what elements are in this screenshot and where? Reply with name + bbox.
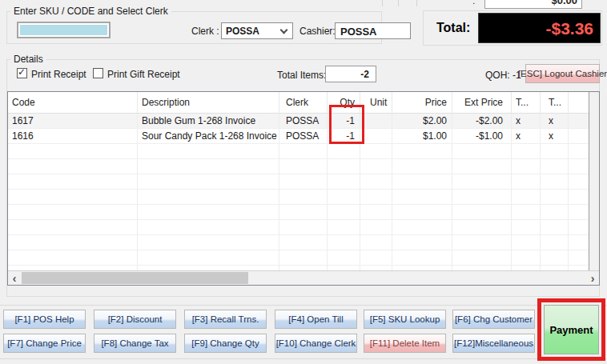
empty-grid-cell	[328, 174, 360, 190]
total-label: Total:	[436, 21, 470, 35]
fkey-button-f3[interactable]: [F3] Recall Trns.	[184, 310, 267, 329]
empty-grid-cell	[392, 250, 452, 266]
column-header[interactable]: Description	[138, 92, 279, 113]
fkey-button-f2[interactable]: [F2] Discount	[94, 310, 176, 329]
clipped-amount-field: $0.00	[484, 0, 582, 9]
fkey-button-f11[interactable]: [F11] Delete Item	[364, 334, 446, 353]
table-cell-price: $1.00	[392, 129, 452, 143]
empty-grid-cell	[360, 159, 392, 174]
empty-grid-cell	[328, 235, 360, 250]
clerk-dropdown-value: POSSA	[226, 26, 259, 37]
column-header[interactable]: T...	[512, 92, 541, 113]
empty-grid-cell	[360, 235, 392, 250]
fkey-button-f10[interactable]: [F10] Change Clerk	[275, 334, 357, 353]
total-items-field: -2	[325, 66, 376, 82]
total-display: -$3.36	[478, 13, 601, 43]
logout-cashier-button[interactable]: [ESC] Logout Cashier	[525, 64, 600, 83]
empty-grid-cell	[512, 235, 541, 250]
column-header[interactable]: Unit	[360, 92, 392, 113]
clerk-dropdown[interactable]: POSSA	[221, 22, 293, 39]
function-key-panel: [F1] POS Help[F2] Discount[F3] Recall Tr…	[0, 305, 607, 359]
total-value: -$3.36	[545, 19, 593, 38]
empty-grid-cell	[360, 250, 392, 266]
empty-grid-cell	[452, 205, 512, 220]
empty-grid-cell	[279, 190, 328, 205]
print-gift-receipt-checkbox[interactable]: ✓	[93, 68, 103, 78]
empty-grid-cell	[8, 220, 138, 235]
table-row[interactable]: 1616Sour Candy Pack 1-268 InvoicePOSSA-1…	[8, 129, 599, 144]
empty-grid-cell	[138, 159, 279, 174]
empty-grid-cell	[279, 220, 328, 235]
column-header[interactable]: Price	[392, 92, 452, 113]
table-cell-clerk: POSSA	[279, 129, 328, 143]
empty-grid-cell	[328, 250, 360, 266]
empty-grid-cell	[328, 190, 360, 205]
items-table: CodeDescriptionClerkQtyUnitPriceExt Pric…	[7, 91, 600, 286]
column-header[interactable]: T...	[541, 92, 569, 113]
print-gift-receipt-label: Print Gift Receipt	[107, 69, 180, 80]
scroll-right-icon[interactable]: ›	[586, 271, 599, 285]
groupbox-edge-remnant	[382, 0, 383, 6]
qty-highlight-annotation	[329, 105, 364, 144]
scroll-left-icon[interactable]: ‹	[8, 271, 21, 285]
empty-grid-cell	[452, 250, 512, 266]
column-header[interactable]: Code	[8, 92, 138, 113]
checkmark-icon: ✓	[18, 66, 26, 78]
payment-button[interactable]: Payment	[544, 305, 599, 354]
empty-grid-cell	[452, 159, 512, 174]
fkey-button-f5[interactable]: [F5] SKU Lookup	[364, 310, 446, 329]
fkey-button-f7[interactable]: [F7] Change Price	[3, 334, 86, 353]
vertical-scrollbar[interactable]	[589, 92, 599, 270]
table-header-row: CodeDescriptionClerkQtyUnitPriceExt Pric…	[8, 92, 599, 114]
fkey-button-f1[interactable]: [F1] POS Help	[3, 310, 86, 329]
scrollbar-thumb[interactable]	[22, 272, 248, 284]
cashier-label: Cashier:	[299, 26, 336, 37]
empty-grid-row	[8, 159, 599, 174]
empty-grid-cell	[279, 205, 328, 220]
empty-grid-cell	[541, 220, 569, 235]
empty-grid-cell	[8, 144, 138, 159]
qoh-label: QOH: -1	[485, 70, 521, 81]
cashier-value: POSSA	[340, 26, 377, 38]
empty-grid-row	[8, 205, 599, 220]
empty-grid-cell	[8, 174, 138, 190]
empty-grid-cell	[541, 250, 569, 266]
fkey-button-f12[interactable]: [F12]Miscellaneous	[452, 334, 535, 353]
empty-grid-cell	[512, 190, 541, 205]
empty-grid-cell	[279, 159, 328, 174]
table-cell-description: Sour Candy Pack 1-268 Invoice	[138, 129, 279, 143]
empty-grid-cell	[360, 144, 392, 159]
empty-grid-cell	[541, 205, 569, 220]
empty-grid-cell	[328, 205, 360, 220]
sku-input[interactable]	[17, 22, 111, 38]
table-cell-ext_price: -$1.00	[452, 129, 512, 143]
groupbox-edge-remnant	[398, 0, 399, 6]
empty-grid-cell	[279, 144, 328, 159]
sku-clerk-group: Enter SKU / CODE and Select Clerk Clerk …	[6, 11, 382, 44]
fkey-button-f8[interactable]: [F8] Change Tax	[94, 334, 176, 353]
horizontal-scrollbar[interactable]: ‹ ›	[8, 270, 599, 285]
print-receipt-checkbox[interactable]: ✓	[17, 68, 27, 78]
table-cell-t2: x	[541, 129, 569, 143]
empty-grid-cell	[360, 205, 392, 220]
sku-group-title: Enter SKU / CODE and Select Clerk	[10, 6, 171, 17]
empty-grid-cell	[392, 190, 452, 205]
column-header[interactable]: Ext Price	[452, 92, 512, 113]
fkey-button-f9[interactable]: [F9] Change Qty	[184, 334, 267, 353]
empty-grid-cell	[392, 144, 452, 159]
fkey-button-f6[interactable]: [F6] Chg Customer	[452, 310, 535, 329]
payment-highlight-annotation: Payment	[537, 298, 605, 361]
empty-grid-cell	[541, 144, 569, 159]
table-row[interactable]: 1617Bubble Gum 1-268 InvoicePOSSA-1$2.00…	[8, 114, 599, 129]
empty-grid-cell	[138, 174, 279, 190]
table-cell-unit	[360, 114, 392, 128]
empty-grid-cell	[512, 144, 541, 159]
column-header[interactable]: Clerk	[279, 92, 328, 113]
table-cell-t1: x	[512, 129, 541, 143]
groupbox-edge-remnant	[416, 0, 417, 6]
fkey-button-f4[interactable]: [F4] Open Till	[275, 310, 357, 329]
table-cell-description: Bubble Gum 1-268 Invoice	[138, 114, 279, 128]
empty-grid-cell	[279, 235, 328, 250]
table-cell-clerk: POSSA	[279, 114, 328, 128]
empty-grid-cell	[138, 205, 279, 220]
